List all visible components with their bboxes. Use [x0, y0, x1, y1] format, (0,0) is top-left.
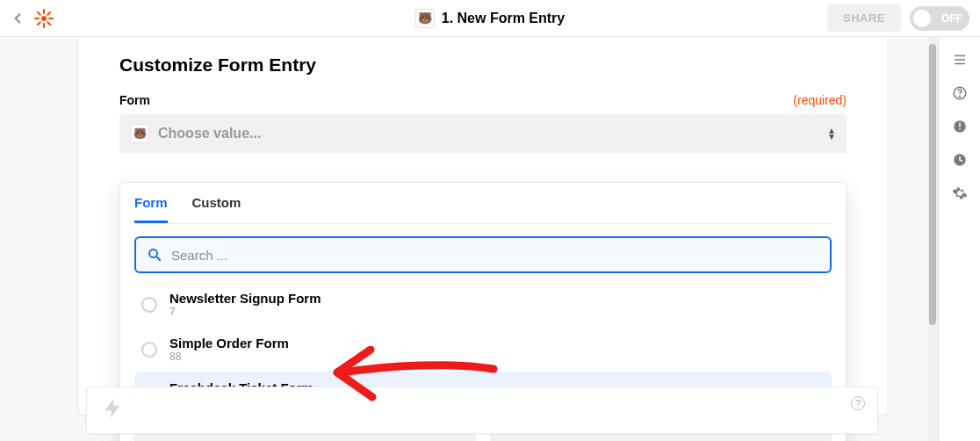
svg-point-15: [959, 96, 960, 97]
step-title: 1. New Form Entry: [442, 11, 565, 26]
svg-rect-2: [43, 23, 45, 28]
wpforms-icon: 🐻: [130, 124, 149, 143]
field-label: Form: [119, 93, 150, 107]
search-input[interactable]: [171, 248, 819, 263]
svg-rect-3: [34, 18, 40, 19]
back-icon[interactable]: [11, 11, 26, 26]
settings-icon[interactable]: [951, 184, 969, 202]
form-select[interactable]: 🐻 Choose value... ▲▼: [119, 114, 847, 153]
option-title: Newsletter Signup Form: [169, 291, 321, 306]
svg-rect-8: [47, 20, 52, 25]
tab-custom[interactable]: Custom: [192, 195, 241, 223]
history-icon[interactable]: [951, 151, 969, 169]
toggle-knob: [913, 10, 931, 27]
card-title: Customize Form Entry: [119, 54, 847, 76]
step-header: 🐻 1. New Form Entry: [415, 9, 565, 28]
share-button[interactable]: SHARE: [827, 4, 901, 32]
help-icon[interactable]: ?: [851, 396, 865, 410]
search-row[interactable]: [134, 236, 832, 273]
option-id: 7: [169, 306, 321, 318]
outline-icon[interactable]: [951, 51, 969, 69]
action-icon: [101, 397, 124, 423]
help-icon[interactable]: [951, 84, 969, 102]
required-label: (required): [793, 93, 847, 107]
editor-card: Customize Form Entry Form (required) 🐻 C…: [79, 37, 887, 415]
tab-form[interactable]: Form: [134, 195, 168, 223]
toggle-label: OFF: [941, 12, 962, 25]
search-icon: [147, 247, 162, 263]
svg-rect-6: [37, 20, 42, 25]
top-bar: 🐻 1. New Form Entry SHARE OFF: [0, 0, 980, 37]
publish-toggle[interactable]: OFF: [910, 6, 969, 31]
svg-line-10: [156, 257, 161, 261]
option-item[interactable]: Simple Order Form 88: [134, 327, 832, 372]
scrollbar-thumb[interactable]: [929, 44, 936, 325]
zapier-logo-icon[interactable]: [33, 8, 54, 29]
svg-point-0: [41, 16, 47, 21]
alert-icon[interactable]: [951, 118, 969, 135]
next-step-card[interactable]: ?: [86, 387, 878, 434]
option-item[interactable]: Newsletter Signup Form 7: [134, 282, 832, 327]
radio-icon: [141, 342, 157, 358]
svg-rect-5: [47, 11, 52, 16]
radio-icon: [141, 297, 157, 313]
option-id: 88: [169, 351, 289, 363]
select-placeholder: Choose value...: [158, 126, 261, 141]
updown-icon: ▲▼: [827, 127, 836, 140]
svg-rect-7: [37, 11, 42, 16]
svg-rect-17: [959, 123, 961, 127]
svg-point-9: [149, 249, 157, 257]
wpforms-icon: 🐻: [415, 9, 435, 28]
scrollbar-track[interactable]: [927, 37, 938, 441]
right-sidebar: [938, 37, 980, 441]
svg-rect-18: [959, 128, 961, 130]
option-title: Simple Order Form: [169, 336, 289, 351]
svg-rect-4: [48, 18, 54, 19]
svg-rect-1: [43, 9, 45, 14]
